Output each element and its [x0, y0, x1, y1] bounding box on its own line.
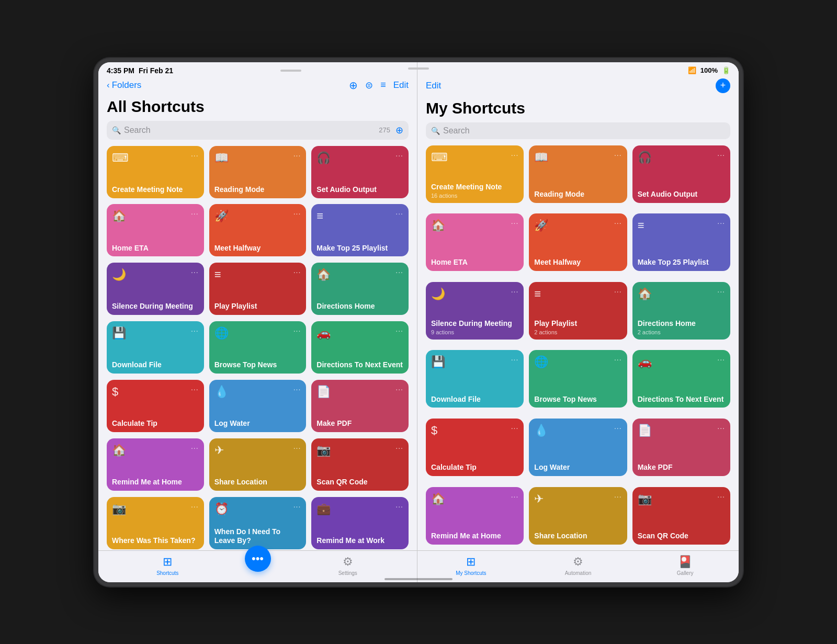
card-top-remind-me-at-work: 💼···	[316, 502, 403, 516]
card-menu-home-eta[interactable]: ···	[511, 219, 519, 227]
shortcut-card-calculate-tip[interactable]: $···Calculate Tip	[107, 380, 204, 432]
shortcut-card-create-meeting-note[interactable]: ⌨···Create Meeting Note16 actions	[426, 145, 524, 203]
shortcut-card-when-do-i-need-to-leave[interactable]: ⏰···When Do I Need To Leave By?	[209, 497, 307, 549]
tab-my-shortcuts[interactable]: ⊞ My Shortcuts	[417, 555, 525, 576]
shortcut-card-set-audio-output[interactable]: 🎧···Set Audio Output	[632, 145, 730, 203]
card-menu-remind-me-at-home[interactable]: ···	[191, 444, 199, 452]
gallery-tab-label: Gallery	[677, 570, 694, 576]
edit-button-right[interactable]: Edit	[426, 81, 441, 91]
shortcut-card-create-meeting-note[interactable]: ⌨···Create Meeting Note	[107, 146, 204, 198]
card-bottom-download-file: Download File	[431, 395, 518, 404]
card-menu-play-playlist[interactable]: ···	[614, 287, 622, 296]
card-menu-reading-mode[interactable]: ···	[293, 151, 301, 160]
shortcut-card-browse-top-news[interactable]: 🌐···Browse Top News	[209, 321, 307, 374]
tab-shortcuts[interactable]: ⊞ Shortcuts	[98, 555, 237, 576]
shortcut-card-remind-me-at-home[interactable]: 🏠···Remind Me at Home	[426, 487, 524, 545]
card-menu-log-water[interactable]: ···	[614, 424, 622, 432]
shortcut-card-home-eta[interactable]: 🏠···Home ETA	[426, 213, 524, 271]
card-menu-when-do-i-need-to-leave[interactable]: ···	[293, 502, 301, 511]
my-shortcuts-tab-icon: ⊞	[466, 555, 476, 569]
tab-gallery[interactable]: 🎴 Gallery	[631, 555, 739, 576]
shortcut-card-scan-qr-code[interactable]: 📷···Scan QR Code	[632, 487, 730, 545]
shortcut-card-remind-me-at-home[interactable]: 🏠···Remind Me at Home	[107, 438, 204, 491]
search-bar-right[interactable]: 🔍 Search	[426, 122, 730, 139]
card-menu-directions-to-next-event[interactable]: ···	[717, 355, 725, 364]
card-menu-directions-home[interactable]: ···	[395, 268, 403, 276]
filter-button-left[interactable]: ⊜	[365, 80, 373, 91]
shortcut-card-reading-mode[interactable]: 📖···Reading Mode	[529, 145, 627, 203]
shortcut-card-share-location[interactable]: ✈···Share Location	[529, 487, 627, 545]
card-menu-remind-me-at-work[interactable]: ···	[395, 502, 403, 511]
card-menu-make-top-25-playlist[interactable]: ···	[717, 219, 725, 227]
card-menu-calculate-tip[interactable]: ···	[191, 385, 199, 393]
card-menu-download-file[interactable]: ···	[511, 355, 519, 364]
shortcut-card-make-pdf[interactable]: 📄···Make PDF	[311, 380, 409, 432]
card-menu-browse-top-news[interactable]: ···	[614, 355, 622, 364]
shortcut-card-log-water[interactable]: 💧···Log Water	[209, 380, 307, 432]
card-menu-scan-qr-code[interactable]: ···	[717, 492, 725, 501]
tab-automation[interactable]: ⚙ Automation	[525, 555, 632, 576]
card-icon-home-eta: 🏠	[112, 209, 126, 223]
tab-settings[interactable]: ⚙ Settings	[279, 555, 417, 576]
shortcut-card-make-pdf[interactable]: 📄···Make PDF	[632, 419, 730, 476]
shortcut-card-download-file[interactable]: 💾···Download File	[107, 321, 204, 374]
shortcut-card-directions-to-next-event[interactable]: 🚗···Directions To Next Event	[311, 321, 409, 374]
list-button-left[interactable]: ≡	[380, 80, 386, 91]
card-menu-log-water[interactable]: ···	[293, 385, 301, 393]
shortcut-card-meet-halfway[interactable]: 🚀···Meet Halfway	[529, 213, 627, 271]
shortcut-card-download-file[interactable]: 💾···Download File	[426, 350, 524, 408]
card-menu-scan-qr-code[interactable]: ···	[395, 444, 403, 452]
shortcut-card-directions-home[interactable]: 🏠···Directions Home2 actions	[632, 282, 730, 340]
shortcut-card-where-was-this-taken[interactable]: 📷···Where Was This Taken?	[107, 497, 204, 549]
shortcut-card-share-location[interactable]: ✈···Share Location	[209, 438, 307, 491]
shortcut-card-home-eta[interactable]: 🏠···Home ETA	[107, 204, 204, 256]
card-menu-remind-me-at-home[interactable]: ···	[511, 492, 519, 501]
card-menu-set-audio-output[interactable]: ···	[395, 151, 403, 160]
card-menu-create-meeting-note[interactable]: ···	[511, 151, 519, 159]
shortcut-card-directions-home[interactable]: 🏠···Directions Home	[311, 263, 409, 315]
card-menu-meet-halfway[interactable]: ···	[293, 209, 301, 218]
card-menu-make-pdf[interactable]: ···	[717, 424, 725, 432]
shortcut-card-remind-me-at-work[interactable]: 💼···Remind Me at Work	[311, 497, 409, 549]
card-menu-directions-to-next-event[interactable]: ···	[395, 326, 403, 335]
card-menu-meet-halfway[interactable]: ···	[614, 219, 622, 227]
card-menu-browse-top-news[interactable]: ···	[293, 326, 301, 335]
shortcut-card-silence-during-meeting[interactable]: 🌙···Silence During Meeting9 actions	[426, 282, 524, 340]
search-button-left[interactable]: ⊕	[349, 79, 358, 92]
shortcut-card-set-audio-output[interactable]: 🎧···Set Audio Output	[311, 146, 409, 198]
card-menu-make-pdf[interactable]: ···	[395, 385, 403, 393]
shortcut-card-silence-during-meeting[interactable]: 🌙···Silence During Meeting	[107, 263, 204, 315]
shortcut-card-log-water[interactable]: 💧···Log Water	[529, 419, 627, 476]
shortcut-card-browse-top-news[interactable]: 🌐···Browse Top News	[529, 350, 627, 408]
shortcut-card-directions-to-next-event[interactable]: 🚗···Directions To Next Event	[632, 350, 730, 408]
card-menu-reading-mode[interactable]: ···	[614, 151, 622, 159]
card-menu-share-location[interactable]: ···	[614, 492, 622, 501]
card-menu-directions-home[interactable]: ···	[717, 287, 725, 296]
search-bar-left[interactable]: 🔍 Search 275 ⊕	[107, 121, 409, 140]
card-menu-create-meeting-note[interactable]: ···	[191, 151, 199, 160]
card-menu-where-was-this-taken[interactable]: ···	[191, 502, 199, 511]
card-menu-silence-during-meeting[interactable]: ···	[191, 268, 199, 276]
shortcut-card-make-top-25-playlist[interactable]: ≡···Make Top 25 Playlist	[311, 204, 409, 256]
card-menu-silence-during-meeting[interactable]: ···	[511, 287, 519, 296]
shortcut-card-play-playlist[interactable]: ≡···Play Playlist	[209, 263, 307, 315]
edit-button-left[interactable]: Edit	[393, 80, 409, 91]
shortcut-card-make-top-25-playlist[interactable]: ≡···Make Top 25 Playlist	[632, 213, 730, 271]
card-menu-share-location[interactable]: ···	[293, 444, 301, 452]
shortcut-card-meet-halfway[interactable]: 🚀···Meet Halfway	[209, 204, 307, 256]
card-menu-make-top-25-playlist[interactable]: ···	[395, 209, 403, 218]
card-menu-play-playlist[interactable]: ···	[293, 268, 301, 276]
card-menu-download-file[interactable]: ···	[191, 326, 199, 335]
card-title-share-location: Share Location	[534, 532, 621, 540]
card-menu-calculate-tip[interactable]: ···	[511, 424, 519, 432]
shortcut-card-reading-mode[interactable]: 📖···Reading Mode	[209, 146, 307, 198]
card-menu-set-audio-output[interactable]: ···	[717, 151, 725, 159]
shortcut-card-calculate-tip[interactable]: $···Calculate Tip	[426, 419, 524, 476]
plus-button-right[interactable]: +	[716, 78, 730, 93]
search-add-icon[interactable]: ⊕	[395, 125, 403, 136]
fab-button-left[interactable]: •••	[245, 546, 271, 572]
shortcut-card-scan-qr-code[interactable]: 📷···Scan QR Code	[311, 438, 409, 491]
card-menu-home-eta[interactable]: ···	[191, 209, 199, 218]
folders-back-button[interactable]: ‹ Folders	[107, 80, 141, 91]
shortcut-card-play-playlist[interactable]: ≡···Play Playlist2 actions	[529, 282, 627, 340]
